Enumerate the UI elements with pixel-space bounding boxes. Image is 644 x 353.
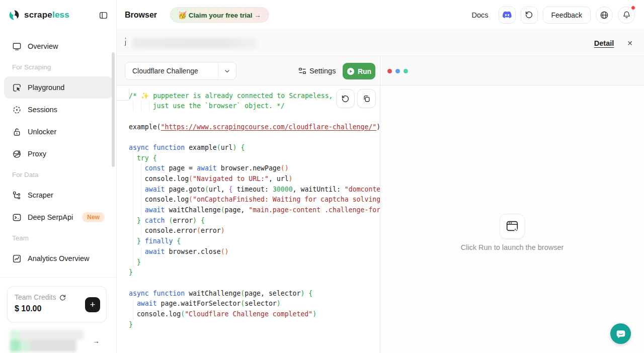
code-line[interactable]: const page = await browser.newPage(): [117, 163, 380, 174]
sessions-icon: [12, 105, 22, 115]
support-history-button[interactable]: [521, 7, 538, 24]
redacted-session-text: [132, 38, 258, 49]
launch-browser-card: [500, 214, 525, 239]
team-credits-label: Team Credits: [15, 293, 56, 301]
sliders-icon: [298, 67, 306, 75]
notifications-wrap: [618, 7, 635, 24]
code-line[interactable]: console.log("onCaptchaFinished: Waiting …: [117, 195, 380, 205]
play-icon: [347, 67, 355, 75]
sidebar-section-team: Team: [0, 228, 117, 247]
code-line[interactable]: async function waitChallenge(page, selec…: [117, 289, 380, 299]
indent-guide: [133, 309, 133, 320]
sidebar-scrollbar[interactable]: [112, 52, 115, 167]
code-line[interactable]: [117, 132, 380, 143]
indent-guide: [141, 101, 141, 112]
code-line[interactable]: } catch (error) {: [117, 216, 380, 226]
sidebar-item-sessions[interactable]: Sessions: [4, 99, 113, 121]
sidebar-item-playground[interactable]: Playground: [4, 76, 113, 99]
profile-row-redacted[interactable]: →: [0, 327, 117, 353]
indent-guide: [141, 247, 141, 257]
add-credits-button[interactable]: +: [85, 297, 100, 312]
indent-guide: [133, 236, 133, 247]
chat-bubble-icon: [615, 328, 626, 339]
browser-preview-pane: Click Run to launch the browser: [380, 85, 644, 353]
indent-guide: [133, 101, 133, 112]
page-title: Browser: [125, 11, 157, 20]
brand-logo[interactable]: scrapeless: [8, 9, 69, 21]
code-editor[interactable]: /* ✨ puppeteer is already connected to S…: [117, 85, 380, 353]
refresh-icon[interactable]: [59, 294, 66, 301]
chat-widget-button[interactable]: [610, 323, 631, 344]
code-line[interactable]: await waitChallenge(page, "main.page-con…: [117, 205, 380, 216]
code-line[interactable]: console.log("Cloudflare Challenge comple…: [117, 309, 380, 320]
code-line[interactable]: } finally {: [117, 236, 380, 247]
bell-icon: [622, 11, 631, 19]
playground-icon: [12, 83, 22, 93]
editor-toolbar: Cloudflare Challenge Settings Run: [117, 56, 644, 85]
sidebar-item-label: Scraper: [28, 191, 53, 199]
detail-link[interactable]: Detail: [594, 39, 614, 47]
sidebar-item-label: Proxy: [28, 150, 46, 158]
close-icon[interactable]: ✕: [627, 39, 633, 47]
discord-button[interactable]: [499, 7, 516, 24]
indent-guide: [141, 195, 141, 205]
traffic-dot-red: [387, 69, 392, 73]
feedback-button[interactable]: Feedback: [543, 7, 591, 24]
sidebar-item-analytics-overview[interactable]: Analytics Overview: [4, 247, 113, 270]
collapse-panel-icon: [99, 11, 108, 20]
code-line[interactable]: async function example(url) {: [117, 143, 380, 153]
sidebar-collapse-button[interactable]: [99, 11, 108, 20]
detail-bar: ȷ̓ Detail ✕: [117, 30, 644, 56]
copy-code-button[interactable]: [357, 89, 376, 108]
sidebar-section-for-data: For Data: [0, 165, 117, 184]
code-line[interactable]: }: [117, 257, 380, 268]
sidebar-item-unlocker[interactable]: Unlocker: [4, 121, 113, 143]
indent-guide: [133, 216, 133, 226]
code-line[interactable]: await browser.close(): [117, 247, 380, 257]
language-button[interactable]: [596, 7, 613, 24]
editor-actions: [336, 89, 376, 108]
code-line[interactable]: example("https://www.scrapingcourse.com/…: [117, 122, 380, 133]
indent-guide: [133, 299, 133, 309]
unlock-icon: [12, 127, 22, 137]
monitor-icon: [12, 42, 22, 51]
code-line[interactable]: }: [117, 320, 380, 330]
code-line[interactable]: [117, 112, 380, 122]
code-line[interactable]: console.log("Navigated to URL:", url): [117, 174, 380, 185]
code-line[interactable]: await page.waitForSelector(selector): [117, 299, 380, 309]
indent-guide: [133, 257, 133, 268]
indent-guide: [133, 247, 133, 257]
profile-arrow-icon[interactable]: →: [93, 337, 100, 345]
code-line[interactable]: }: [117, 268, 380, 278]
claim-trial-button[interactable]: 🥳 Claim your free trial →: [170, 7, 269, 23]
run-label: Run: [358, 67, 371, 75]
indent-guide: [133, 185, 133, 195]
indent-guide: [141, 226, 141, 236]
code-line[interactable]: try {: [117, 153, 380, 164]
sidebar-header: scrapeless: [0, 0, 116, 30]
sidebar-item-label: Playground: [28, 83, 64, 92]
new-badge: New: [82, 212, 105, 222]
sidebar-item-overview[interactable]: Overview: [4, 35, 113, 57]
code-line[interactable]: [117, 278, 380, 289]
discord-icon: [503, 11, 512, 19]
sidebar-item-label: Unlocker: [28, 128, 56, 136]
code-line[interactable]: console.error(error): [117, 226, 380, 236]
sidebar-item-proxy[interactable]: Proxy: [4, 143, 113, 165]
run-button[interactable]: Run: [343, 63, 375, 79]
redacted-glyph: ȷ̓: [125, 38, 131, 48]
indent-guide: [141, 163, 141, 174]
reset-code-button[interactable]: [336, 89, 355, 108]
sidebar-item-label: Deep SerpApi: [28, 213, 73, 221]
settings-button[interactable]: Settings: [298, 62, 336, 80]
template-select[interactable]: Cloudflare Challenge: [125, 62, 236, 80]
code-line[interactable]: await page.goto(url, { timeout: 30000, w…: [117, 185, 380, 195]
sidebar: scrapeless OverviewFor ScrapingPlaygroun…: [0, 0, 117, 353]
code-content: /* ✨ puppeteer is already connected to S…: [117, 85, 380, 330]
analytics-icon: [12, 254, 22, 263]
template-select-value: Cloudflare Challenge: [125, 67, 218, 75]
indent-guide: [133, 195, 133, 205]
docs-link[interactable]: Docs: [471, 11, 488, 19]
sidebar-item-scraper[interactable]: Scraper: [4, 184, 113, 206]
sidebar-item-deep-serpapi[interactable]: Deep SerpApiNew: [4, 206, 113, 228]
